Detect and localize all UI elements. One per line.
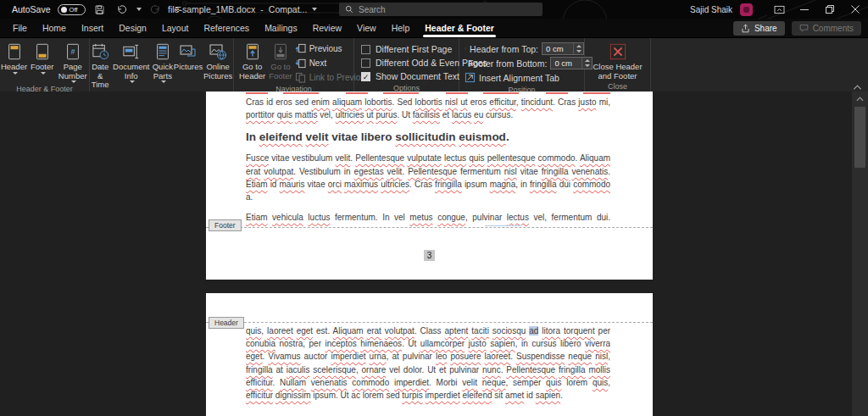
tab-design[interactable]: Design: [111, 19, 154, 37]
paragraph[interactable]: Cras id eros sed enim aliquam lobortis. …: [246, 96, 610, 121]
share-icon: [741, 24, 750, 33]
tab-view[interactable]: View: [349, 19, 384, 37]
collapse-ribbon-button[interactable]: [853, 84, 862, 91]
online-pictures-button[interactable]: Online Pictures: [203, 40, 233, 81]
group-insert: Date & Time Document Info Quick Parts Pi…: [90, 38, 234, 92]
search-input[interactable]: [359, 5, 537, 14]
user-avatar[interactable]: [740, 3, 753, 16]
footer-button[interactable]: Footer: [30, 40, 54, 75]
tab-mailings[interactable]: Mailings: [257, 19, 305, 37]
save-button[interactable]: [92, 2, 108, 17]
group-header-footer: Header Footer # Page Number Header & Foo…: [0, 38, 90, 92]
tab-header-footer[interactable]: Header & Footer: [417, 19, 502, 37]
title-dropdown-caret[interactable]: [312, 8, 317, 11]
tab-references[interactable]: References: [196, 19, 257, 37]
footer-area[interactable]: 3: [206, 247, 653, 262]
title-separator: -: [260, 4, 264, 14]
close-window-button[interactable]: [843, 0, 868, 19]
pictures-label: Pictures: [174, 63, 203, 72]
page-number-button[interactable]: # Page Number: [56, 40, 89, 84]
ribbon-tab-bar: File Home Insert Design Layout Reference…: [0, 19, 868, 37]
ribbon: Header Footer # Page Number Header & Foo…: [0, 37, 868, 92]
footer-dropdown-caret: [41, 72, 46, 75]
scrollbar-thumb[interactable]: [854, 107, 865, 168]
document-page-1[interactable]: Cras id eros sed enim aliquam lobortis. …: [206, 92, 653, 280]
restore-button[interactable]: [817, 0, 843, 19]
header-boundary-line: [206, 322, 653, 323]
undo-dropdown-caret[interactable]: [136, 8, 142, 11]
footer-icon: [33, 42, 52, 62]
different-odd-even-checkbox[interactable]: [361, 58, 370, 68]
close-header-footer-label: Close Header and Footer: [592, 63, 644, 80]
tab-review[interactable]: Review: [305, 19, 349, 37]
header-icon: [5, 42, 24, 62]
user-name[interactable]: Sajid Shaik: [690, 5, 732, 14]
tab-layout[interactable]: Layout: [154, 19, 197, 37]
document-title: file-sample_1MB.docx: [168, 4, 255, 14]
page-number-dropdown-caret: [71, 80, 76, 83]
document-info-icon: [121, 42, 141, 62]
footer-tag: Footer: [209, 219, 242, 231]
scroll-up-button[interactable]: [852, 92, 868, 106]
redo-icon: [150, 4, 161, 15]
option-different-first-page: Different First Page: [361, 42, 459, 56]
show-document-text-checkbox[interactable]: [361, 72, 370, 81]
save-icon: [94, 4, 105, 15]
date-time-label: Date & Time: [91, 63, 110, 90]
search-box[interactable]: [339, 3, 542, 16]
tab-help[interactable]: Help: [384, 19, 418, 37]
header-from-top-row: Header from Top:: [465, 42, 584, 56]
header-from-top-spinbox: [542, 42, 584, 55]
autosave-state: Off: [70, 6, 78, 14]
word-window: AutoSave Off file-sample_1MB.docx - Comp…: [0, 0, 868, 416]
vertical-scrollbar[interactable]: [852, 92, 868, 416]
footer-from-bottom-label: Footer from Bottom:: [468, 58, 547, 69]
autosave-label: AutoSave: [12, 4, 51, 14]
header-button[interactable]: Header: [0, 40, 28, 75]
paragraph[interactable]: Etiam vehicula luctus fermentum. In vel …: [246, 211, 610, 226]
insert-alignment-tab-icon: [465, 72, 476, 83]
paragraph[interactable]: Fusce vitae vestibulum velit. Pellentesq…: [246, 152, 610, 203]
online-pictures-label: Online Pictures: [203, 63, 232, 80]
page2-body-text[interactable]: quis, laoreet eget est. Aliquam erat vol…: [246, 324, 610, 416]
header-from-top-spinner[interactable]: [573, 43, 583, 54]
close-header-footer-button[interactable]: Close Header and Footer: [591, 40, 645, 81]
page-number-field[interactable]: 3: [424, 250, 436, 261]
document-info-button[interactable]: Document Info: [113, 40, 150, 84]
minimize-button[interactable]: [792, 0, 817, 19]
page-number-icon: #: [64, 42, 82, 62]
footer-button-label: Footer: [31, 63, 53, 72]
insert-alignment-tab-button[interactable]: Insert Alignment Tab: [465, 70, 584, 85]
goto-header-button[interactable]: Go to Header: [238, 40, 266, 81]
undo-button[interactable]: [114, 2, 130, 17]
restore-icon: [826, 5, 834, 14]
page1-body-text[interactable]: Cras id eros sed enim aliquam lobortis. …: [246, 94, 610, 226]
share-button[interactable]: Share: [733, 21, 785, 36]
tab-file[interactable]: File: [5, 19, 35, 37]
document-heading[interactable]: In eleifend velit vitae libero sollicitu…: [246, 130, 610, 145]
different-first-page-checkbox[interactable]: [361, 45, 370, 54]
page-number-label: Page Number: [57, 63, 88, 80]
scroll-up-icon: [856, 97, 864, 102]
quick-parts-button[interactable]: Quick Parts: [152, 40, 174, 84]
tab-insert[interactable]: Insert: [74, 19, 111, 37]
tab-home[interactable]: Home: [35, 19, 74, 37]
document-title-area[interactable]: file-sample_1MB.docx - Compat...: [168, 0, 317, 19]
paragraph[interactable]: quis, laoreet eget est. Aliquam erat vol…: [246, 324, 610, 402]
autosave-toggle[interactable]: Off: [58, 4, 86, 15]
header-from-top-input[interactable]: [542, 43, 573, 54]
footer-from-bottom-input[interactable]: [551, 58, 581, 69]
quick-parts-icon: [153, 42, 172, 62]
footer-from-bottom-row: Footer from Bottom:: [465, 56, 584, 70]
redo-button: [148, 2, 164, 17]
previous-label: Previous: [309, 44, 342, 53]
close-window-icon: [851, 5, 860, 14]
option-different-odd-even: Different Odd & Even Pages: [361, 56, 459, 69]
goto-header-label: Go to Header: [239, 63, 265, 80]
option-show-document-text: Show Document Text: [361, 69, 459, 83]
date-time-button[interactable]: Date & Time: [90, 40, 111, 91]
ribbon-display-options-button[interactable]: [766, 0, 792, 19]
close-header-footer-icon: [609, 42, 627, 61]
document-page-2[interactable]: Header quis, laoreet eget est. Aliquam e…: [206, 293, 653, 416]
pictures-button[interactable]: Pictures: [175, 40, 201, 73]
